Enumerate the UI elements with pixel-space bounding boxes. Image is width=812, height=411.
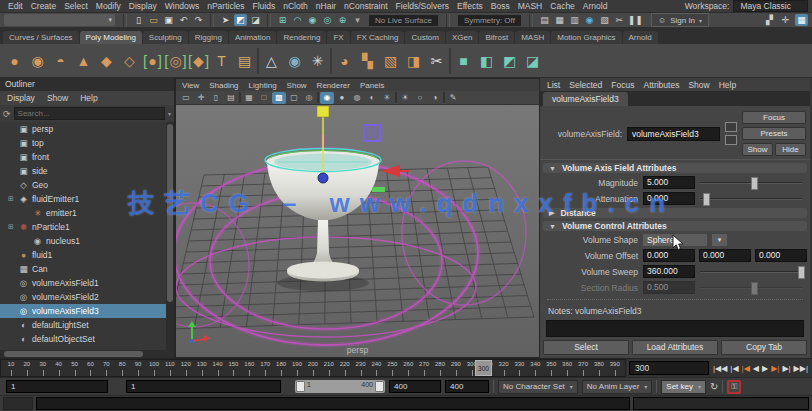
- viewport-menu-item[interactable]: Lighting: [249, 81, 277, 90]
- timeline-strip[interactable]: 1020304050607080901001101201301401501601…: [0, 359, 626, 377]
- shelf-tab[interactable]: Curves / Surfaces: [3, 31, 79, 44]
- sign-in-button[interactable]: ☺ Sign In ▾: [651, 13, 709, 27]
- status-icon[interactable]: [267, 14, 271, 27]
- save-scene-icon[interactable]: ▣: [162, 14, 175, 26]
- poly-cube-icon[interactable]: ◉: [27, 49, 48, 73]
- open-scene-icon[interactable]: ▭: [147, 14, 160, 26]
- outliner-search-input[interactable]: [14, 107, 165, 120]
- volume-sweep-input[interactable]: 360.000: [643, 265, 695, 278]
- svg-tool-icon[interactable]: ▤: [234, 49, 255, 73]
- ipr-render-icon[interactable]: ▥: [568, 14, 581, 26]
- loop-playback-icon[interactable]: ↻: [710, 381, 718, 392]
- cut-icon[interactable]: ✂: [613, 14, 626, 26]
- pivot-icon[interactable]: ✛: [194, 92, 208, 104]
- viewport-toolbar-icon[interactable]: [239, 92, 241, 103]
- select-camera-icon[interactable]: ▭: [179, 92, 193, 104]
- vertical-scrollbar[interactable]: [166, 122, 174, 350]
- viewport-menu-item[interactable]: View: [182, 81, 199, 90]
- range-slider[interactable]: 1 400: [295, 380, 385, 393]
- footer-button[interactable]: Load Attributes: [632, 340, 718, 355]
- menu-item[interactable]: Boss: [487, 1, 514, 11]
- attenuation-input[interactable]: 0.000: [643, 192, 695, 205]
- render-settings-icon[interactable]: ◉: [583, 14, 596, 26]
- exposure-icon[interactable]: ◐: [365, 92, 379, 104]
- viewport-menu-item[interactable]: Renderer: [317, 81, 350, 90]
- shelf-icon[interactable]: [330, 48, 332, 74]
- menu-item[interactable]: Edit: [4, 1, 27, 11]
- range-start-handle[interactable]: [296, 381, 305, 392]
- multi-cut-icon[interactable]: ✂: [426, 49, 447, 73]
- type-tool-icon[interactable]: T: [211, 49, 232, 73]
- shelf-tab[interactable]: Animation: [229, 31, 277, 44]
- curve-tool-icon[interactable]: ◕: [334, 49, 355, 73]
- horizontal-scrollbar[interactable]: [0, 350, 174, 358]
- super-shape-icon[interactable]: ◆: [188, 49, 209, 73]
- shelf-tab[interactable]: MASH: [515, 31, 550, 44]
- menu-item[interactable]: nHair: [312, 1, 340, 11]
- snap-to-curve-icon[interactable]: ◠: [291, 14, 304, 26]
- step-forward-key-button[interactable]: ▶|: [781, 364, 791, 373]
- status-icon[interactable]: [210, 14, 214, 27]
- step-back-frame-button[interactable]: |◀: [741, 364, 751, 373]
- menu-item[interactable]: Effects: [453, 1, 487, 11]
- outliner-item[interactable]: ◎ volumeAxisField2: [0, 290, 166, 304]
- outliner-item[interactable]: ◎ volumeAxisField1: [0, 276, 166, 290]
- distance-tool-icon[interactable]: ✳: [307, 49, 328, 73]
- volume-shape-dropdown-arrow[interactable]: ▾: [712, 234, 727, 246]
- notes-textarea[interactable]: [546, 320, 804, 337]
- menu-item[interactable]: Arnold: [579, 1, 612, 11]
- attribute-editor-menu-item[interactable]: Attributes: [643, 80, 679, 90]
- range-end-handle[interactable]: [375, 381, 384, 392]
- list-icon[interactable]: [725, 135, 737, 145]
- shelf-tab[interactable]: Bifrost: [479, 31, 514, 44]
- modeling-toolkit-toggle-icon[interactable]: ▦: [795, 14, 808, 26]
- outliner-item[interactable]: ✳ emitter1: [0, 206, 166, 220]
- bookmark-icon[interactable]: ▤: [224, 92, 238, 104]
- outliner-item[interactable]: ◉ nucleus1: [0, 234, 166, 248]
- outliner-menu-item[interactable]: Help: [80, 93, 97, 103]
- camera-attributes-icon[interactable]: ▯: [209, 92, 223, 104]
- section-distance[interactable]: ▶ Distance: [543, 208, 807, 218]
- key-mode-dropdown[interactable]: Set key▾: [661, 380, 706, 394]
- poly-disc-icon[interactable]: ◎: [165, 49, 186, 73]
- outliner-item[interactable]: ◐ defaultObjectSet: [0, 332, 166, 346]
- chevron-down-icon[interactable]: ▾: [168, 110, 171, 117]
- playback-start-field[interactable]: 1: [126, 380, 281, 393]
- lights-icon[interactable]: ☀: [398, 92, 412, 104]
- pause-icon[interactable]: ❚❚: [628, 14, 643, 26]
- outliner-item[interactable]: ⊞ ◈ fluidEmitter1: [0, 192, 166, 206]
- footer-button[interactable]: Copy Tab: [721, 340, 807, 355]
- outliner-item[interactable]: ◇ Geo: [0, 178, 166, 192]
- viewport-toolbar-icon[interactable]: [443, 92, 445, 103]
- snap-options-arrow-icon[interactable]: ▾: [351, 14, 364, 26]
- poly-mirror-icon[interactable]: ◨: [403, 49, 424, 73]
- menu-item[interactable]: Create: [27, 1, 61, 11]
- go-to-start-button[interactable]: |◀◀: [712, 364, 728, 373]
- character-set-dropdown[interactable]: No Character Set▾: [498, 380, 578, 394]
- viewport-toolbar-icon[interactable]: [317, 92, 319, 103]
- shelf-tab[interactable]: Rigging: [189, 31, 228, 44]
- outliner-item[interactable]: ● fluid1: [0, 248, 166, 262]
- pin-icon[interactable]: [725, 122, 737, 132]
- image-plane-icon[interactable]: ▦: [242, 92, 256, 104]
- viewport-canvas[interactable]: persp: [176, 105, 539, 357]
- node-tab[interactable]: volumeAxisField3: [543, 92, 628, 106]
- command-language-toggle[interactable]: [3, 397, 33, 410]
- shelf-tab[interactable]: FX Caching: [351, 31, 405, 44]
- greasepencil-icon[interactable]: ✎: [446, 92, 460, 104]
- ncloth-create-icon[interactable]: ■: [453, 49, 474, 73]
- xray-icon[interactable]: ◍: [350, 92, 364, 104]
- status-icon[interactable]: [123, 14, 127, 27]
- menu-item[interactable]: Fluids: [249, 1, 280, 11]
- shelf-tab[interactable]: Motion Graphics: [551, 31, 621, 44]
- menu-item[interactable]: nCloth: [279, 1, 312, 11]
- outliner-item[interactable]: ▣ persp: [0, 122, 166, 136]
- live-surface-field[interactable]: No Live Surface: [369, 15, 438, 26]
- volume-offset-input[interactable]: 0.000: [643, 249, 695, 262]
- platonic-solid-icon[interactable]: ●: [142, 49, 163, 73]
- footer-button[interactable]: Select: [543, 340, 629, 355]
- shelf-tab[interactable]: XGen: [446, 31, 478, 44]
- outliner-item[interactable]: ▣ front: [0, 150, 166, 164]
- render-view-icon[interactable]: ▤: [538, 14, 551, 26]
- nconstraint-icon[interactable]: ◩: [499, 49, 520, 73]
